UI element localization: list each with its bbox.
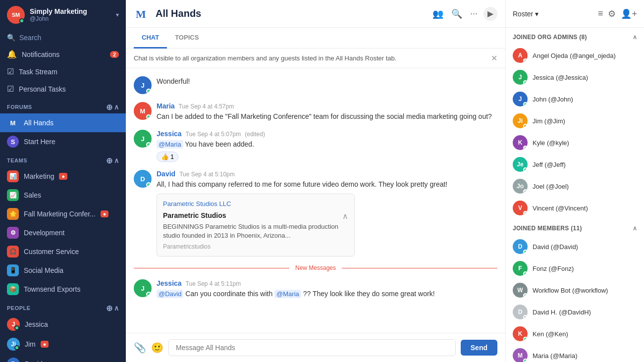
sidebar-item-task-stream[interactable]: ☑ Task Stream	[0, 63, 126, 80]
jessica-label: Jessica	[25, 320, 48, 328]
list-item[interactable]: M Maria (@Maria)	[506, 345, 644, 362]
sidebar-item-social-media[interactable]: 📱 Social Media	[0, 261, 126, 280]
sidebar-item-marketing[interactable]: 📊 Marketing ●	[0, 167, 126, 186]
msg-content-continuation: Wonderful!	[157, 76, 497, 87]
emoji-button[interactable]: 🙂	[151, 342, 163, 354]
roster-header: Roster ▾ ≡ ⚙ 👤+	[506, 0, 644, 28]
roster-avatar-angel: A	[513, 48, 528, 63]
list-item[interactable]: K Kyle (@kyle)	[506, 132, 644, 154]
reaction-emoji: 👍	[161, 153, 169, 160]
sidebar-item-customer-service[interactable]: 🎧 Customer Service	[0, 242, 126, 261]
roster-avatar-david: D	[513, 239, 528, 254]
roster-dropdown[interactable]: Roster ▾	[513, 10, 594, 18]
roster-member-joel: Joel (@Joel)	[533, 183, 569, 190]
people-collapse-button[interactable]: ∧	[114, 304, 119, 312]
attach-button[interactable]: 📎	[134, 342, 146, 354]
list-item[interactable]: Ji Jim (@Jim)	[506, 110, 644, 132]
message-input[interactable]	[168, 339, 456, 356]
list-item[interactable]: W Workflow Bot (@workflow)	[506, 279, 644, 301]
msg-author-maria[interactable]: Maria	[157, 102, 175, 110]
list-item[interactable]: F Fonz (@Fonz)	[506, 258, 644, 279]
link-collapse-button[interactable]: ∧	[342, 211, 348, 221]
more-options-icon[interactable]: ···	[470, 8, 478, 19]
list-item[interactable]: K Ken (@Ken)	[506, 323, 644, 345]
list-item[interactable]: D David (@David)	[506, 236, 644, 258]
roster-members-label: JOINED MEMBERS (11)	[513, 225, 633, 232]
user-online-dot	[19, 18, 24, 23]
list-item[interactable]: V Vincent (@Vincent)	[506, 197, 644, 219]
msg-header-jessica: Jessica Tue Sep 4 at 5:07pm (edited)	[157, 130, 497, 138]
list-item[interactable]: A Angel Ojeda (@angel_ojeda)	[506, 45, 644, 66]
msg-author-jessica-new[interactable]: Jessica	[157, 279, 182, 287]
sidebar-item-townsend-exports[interactable]: 📦 Townsend Exports	[0, 280, 126, 299]
msg-author-jessica[interactable]: Jessica	[157, 130, 182, 138]
jeff-status-dot	[523, 167, 528, 172]
task-stream-label: Task Stream	[19, 68, 119, 76]
msg-text-david: All, I had this company referred to me f…	[157, 179, 497, 190]
roster-add-member-icon[interactable]: 👤+	[621, 8, 637, 19]
list-item[interactable]: J Jessica (@Jessica)	[506, 66, 644, 88]
msg-header-david: David Tue Sep 4 at 5:10pm	[157, 170, 497, 178]
members-icon[interactable]: 👥	[432, 8, 443, 19]
chat-notice-close-button[interactable]: ✕	[491, 53, 497, 63]
list-item[interactable]: J John (@John)	[506, 88, 644, 110]
roster-members-header[interactable]: JOINED MEMBERS (11) ∧	[506, 219, 644, 236]
list-item[interactable]: Jo Joel (@Joel)	[506, 175, 644, 197]
roster-avatar-ken: K	[513, 326, 528, 341]
teams-add-button[interactable]: ⊕	[105, 156, 114, 165]
sidebar-item-sales[interactable]: 📈 Sales	[0, 186, 126, 205]
fall-marketing-label: Fall Marketing Confer...	[24, 210, 96, 218]
tab-topics[interactable]: TOPICS	[167, 28, 207, 49]
search-icon[interactable]: 🔍	[451, 8, 462, 19]
org-header[interactable]: SM Simply Marketing @John ▾	[0, 0, 126, 30]
jim-label: Jim	[25, 340, 36, 348]
roster-admins-toggle[interactable]: ∧	[633, 34, 637, 41]
org-chevron-icon[interactable]: ▾	[116, 11, 119, 18]
sidebar-item-all-hands[interactable]: M All Hands	[0, 113, 126, 132]
msg-header-jessica-new: Jessica Tue Sep 4 at 5:11pm	[157, 279, 497, 287]
sidebar-item-david[interactable]: D David	[0, 354, 126, 362]
messages-area[interactable]: J Wonderful! M Maria Tue Sep 4 at 4:57pm…	[126, 68, 505, 333]
msg-author-david[interactable]: David	[157, 170, 175, 178]
sidebar-item-start-here[interactable]: S Start Here	[0, 132, 126, 151]
people-section-header: PEOPLE ⊕ ∧	[0, 299, 126, 314]
sidebar-item-jessica[interactable]: J Jessica	[0, 314, 126, 334]
link-url[interactable]: Parametric Studios LLC	[163, 200, 348, 207]
roster-member-workflow: Workflow Bot (@workflow)	[533, 287, 608, 294]
people-add-button[interactable]: ⊕	[105, 304, 114, 312]
sidebar-item-notifications[interactable]: 🔔 Notifications 2	[0, 46, 126, 63]
sidebar-item-development[interactable]: ⚙ Development	[0, 223, 126, 242]
roster-avatar-workflow: W	[513, 283, 528, 298]
roster-settings-icon[interactable]: ⚙	[608, 8, 616, 19]
all-hands-label: All Hands	[24, 119, 54, 127]
jessica-avatar: J	[7, 318, 20, 331]
sidebar-search[interactable]: 🔍 Search	[0, 30, 126, 46]
sidebar-item-fall-marketing[interactable]: 🌟 Fall Marketing Confer... ●	[0, 205, 126, 223]
roster-admins-header[interactable]: JOINED ORG ADMINS (8) ∧	[506, 28, 644, 45]
msg-edited-jessica: (edited)	[245, 131, 265, 138]
jessica-status-dot	[523, 80, 528, 85]
roster-member-vincent: Vincent (@Vincent)	[533, 205, 588, 212]
tab-chat[interactable]: CHAT	[134, 28, 167, 49]
roster-members-toggle[interactable]: ∧	[633, 225, 637, 232]
start-here-icon: S	[7, 136, 19, 148]
sidebar-item-jim[interactable]: Ji Jim ●	[0, 334, 126, 354]
roster-filter-icon[interactable]: ≡	[598, 8, 603, 19]
expand-panel-button[interactable]: ▶	[483, 7, 497, 21]
roster-avatar-david-h: D	[513, 305, 528, 319]
list-item[interactable]: Je Jeff (@Jeff)	[506, 154, 644, 175]
roster-member-john: John (@John)	[533, 96, 573, 103]
forums-collapse-button[interactable]: ∧	[114, 103, 119, 111]
forums-add-button[interactable]: ⊕	[105, 103, 114, 111]
msg-text-part2: ?? They look like they do some great wor…	[303, 290, 435, 298]
msg-reaction-thumbsup[interactable]: 👍 1	[157, 152, 178, 162]
new-messages-line-right	[342, 268, 497, 268]
send-button[interactable]: Send	[461, 340, 497, 356]
roster-member-david-h: David H. (@DavidH)	[533, 309, 591, 316]
logo-svg: M	[134, 6, 150, 22]
teams-collapse-button[interactable]: ∧	[114, 156, 119, 164]
roster-header-actions: ≡ ⚙ 👤+	[598, 8, 637, 19]
sidebar-item-personal-tasks[interactable]: ☑ Personal Tasks	[0, 80, 126, 98]
new-messages-label: New Messages	[295, 264, 336, 271]
list-item[interactable]: D David H. (@DavidH)	[506, 301, 644, 323]
